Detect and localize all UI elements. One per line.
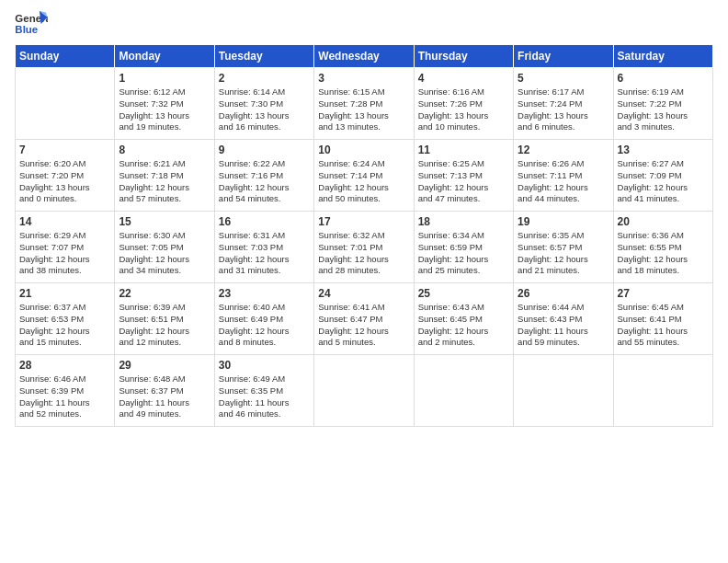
day-number: 15 — [119, 215, 210, 228]
day-content: Sunrise: 6:36 AM Sunset: 6:55 PM Dayligh… — [618, 230, 709, 277]
day-number: 12 — [518, 144, 609, 156]
day-number: 6 — [618, 72, 709, 85]
day-content: Sunrise: 6:20 AM Sunset: 7:20 PM Dayligh… — [19, 158, 110, 205]
day-number: 2 — [219, 72, 310, 85]
day-content: Sunrise: 6:27 AM Sunset: 7:09 PM Dayligh… — [618, 158, 709, 205]
calendar-cell: 19Sunrise: 6:35 AM Sunset: 6:57 PM Dayli… — [514, 212, 613, 283]
calendar-cell: 20Sunrise: 6:36 AM Sunset: 6:55 PM Dayli… — [613, 212, 712, 283]
calendar-cell: 18Sunrise: 6:34 AM Sunset: 6:59 PM Dayli… — [414, 212, 513, 283]
day-number: 27 — [618, 287, 709, 300]
calendar-cell: 4Sunrise: 6:16 AM Sunset: 7:26 PM Daylig… — [414, 68, 513, 140]
day-content: Sunrise: 6:15 AM Sunset: 7:28 PM Dayligh… — [318, 86, 409, 133]
day-content: Sunrise: 6:46 AM Sunset: 6:39 PM Dayligh… — [19, 373, 110, 420]
day-number: 18 — [418, 215, 509, 228]
calendar-week-1: 1Sunrise: 6:12 AM Sunset: 7:32 PM Daylig… — [16, 68, 713, 140]
day-number: 25 — [418, 287, 509, 300]
svg-text:Blue: Blue — [15, 24, 38, 35]
day-number: 20 — [618, 215, 709, 228]
calendar-cell: 8Sunrise: 6:21 AM Sunset: 7:18 PM Daylig… — [115, 140, 214, 212]
day-content: Sunrise: 6:31 AM Sunset: 7:03 PM Dayligh… — [219, 230, 310, 277]
calendar-cell: 10Sunrise: 6:24 AM Sunset: 7:14 PM Dayli… — [314, 140, 414, 212]
calendar-table: SundayMondayTuesdayWednesdayThursdayFrid… — [15, 44, 713, 427]
calendar-week-3: 14Sunrise: 6:29 AM Sunset: 7:07 PM Dayli… — [16, 212, 713, 283]
day-content: Sunrise: 6:16 AM Sunset: 7:26 PM Dayligh… — [418, 86, 509, 133]
calendar-week-2: 7Sunrise: 6:20 AM Sunset: 7:20 PM Daylig… — [16, 140, 713, 212]
day-content: Sunrise: 6:26 AM Sunset: 7:11 PM Dayligh… — [518, 158, 609, 205]
calendar-cell: 27Sunrise: 6:45 AM Sunset: 6:41 PM Dayli… — [613, 283, 712, 355]
calendar-cell: 24Sunrise: 6:41 AM Sunset: 6:47 PM Dayli… — [314, 283, 414, 355]
calendar-cell: 5Sunrise: 6:17 AM Sunset: 7:24 PM Daylig… — [514, 68, 613, 140]
calendar-cell: 16Sunrise: 6:31 AM Sunset: 7:03 PM Dayli… — [214, 212, 313, 283]
day-content: Sunrise: 6:40 AM Sunset: 6:49 PM Dayligh… — [219, 302, 310, 349]
day-number: 4 — [418, 72, 509, 85]
calendar-cell: 11Sunrise: 6:25 AM Sunset: 7:13 PM Dayli… — [414, 140, 513, 212]
day-content: Sunrise: 6:19 AM Sunset: 7:22 PM Dayligh… — [618, 86, 709, 133]
day-number: 24 — [318, 287, 409, 300]
day-number: 26 — [518, 287, 609, 300]
calendar-cell — [613, 355, 712, 427]
day-content: Sunrise: 6:43 AM Sunset: 6:45 PM Dayligh… — [418, 302, 509, 349]
calendar-cell: 2Sunrise: 6:14 AM Sunset: 7:30 PM Daylig… — [214, 68, 313, 140]
calendar-cell: 6Sunrise: 6:19 AM Sunset: 7:22 PM Daylig… — [613, 68, 712, 140]
calendar-cell: 25Sunrise: 6:43 AM Sunset: 6:45 PM Dayli… — [414, 283, 513, 355]
calendar-cell: 23Sunrise: 6:40 AM Sunset: 6:49 PM Dayli… — [214, 283, 313, 355]
day-content: Sunrise: 6:39 AM Sunset: 6:51 PM Dayligh… — [119, 302, 210, 349]
calendar-page: General Blue SundayMondayTuesdayWednesda… — [0, 0, 728, 563]
calendar-cell: 1Sunrise: 6:12 AM Sunset: 7:32 PM Daylig… — [115, 68, 214, 140]
day-number: 21 — [19, 287, 110, 300]
day-content: Sunrise: 6:34 AM Sunset: 6:59 PM Dayligh… — [418, 230, 509, 277]
day-number: 30 — [219, 359, 310, 372]
calendar-cell: 3Sunrise: 6:15 AM Sunset: 7:28 PM Daylig… — [314, 68, 414, 140]
logo: General Blue — [15, 9, 48, 37]
day-content: Sunrise: 6:48 AM Sunset: 6:37 PM Dayligh… — [119, 373, 210, 420]
calendar-cell: 13Sunrise: 6:27 AM Sunset: 7:09 PM Dayli… — [613, 140, 712, 212]
day-number: 13 — [618, 144, 709, 156]
day-content: Sunrise: 6:35 AM Sunset: 6:57 PM Dayligh… — [518, 230, 609, 277]
day-content: Sunrise: 6:12 AM Sunset: 7:32 PM Dayligh… — [119, 86, 210, 133]
day-content: Sunrise: 6:32 AM Sunset: 7:01 PM Dayligh… — [318, 230, 409, 277]
weekday-header-wednesday: Wednesday — [314, 45, 414, 68]
day-content: Sunrise: 6:37 AM Sunset: 6:53 PM Dayligh… — [19, 302, 110, 349]
weekday-header-saturday: Saturday — [613, 45, 712, 68]
calendar-cell — [514, 355, 613, 427]
day-number: 8 — [119, 144, 210, 156]
day-content: Sunrise: 6:44 AM Sunset: 6:43 PM Dayligh… — [518, 302, 609, 349]
day-content: Sunrise: 6:45 AM Sunset: 6:41 PM Dayligh… — [618, 302, 709, 349]
day-number: 23 — [219, 287, 310, 300]
calendar-cell: 28Sunrise: 6:46 AM Sunset: 6:39 PM Dayli… — [16, 355, 115, 427]
calendar-cell: 26Sunrise: 6:44 AM Sunset: 6:43 PM Dayli… — [514, 283, 613, 355]
day-content: Sunrise: 6:14 AM Sunset: 7:30 PM Dayligh… — [219, 86, 310, 133]
day-number: 11 — [418, 144, 509, 156]
calendar-cell: 22Sunrise: 6:39 AM Sunset: 6:51 PM Dayli… — [115, 283, 214, 355]
day-content: Sunrise: 6:22 AM Sunset: 7:16 PM Dayligh… — [219, 158, 310, 205]
day-number: 1 — [119, 72, 210, 85]
day-content: Sunrise: 6:30 AM Sunset: 7:05 PM Dayligh… — [119, 230, 210, 277]
calendar-week-5: 28Sunrise: 6:46 AM Sunset: 6:39 PM Dayli… — [16, 355, 713, 427]
calendar-cell: 7Sunrise: 6:20 AM Sunset: 7:20 PM Daylig… — [16, 140, 115, 212]
calendar-cell: 30Sunrise: 6:49 AM Sunset: 6:35 PM Dayli… — [214, 355, 313, 427]
weekday-header-friday: Friday — [514, 45, 613, 68]
day-content: Sunrise: 6:49 AM Sunset: 6:35 PM Dayligh… — [219, 373, 310, 420]
day-content: Sunrise: 6:41 AM Sunset: 6:47 PM Dayligh… — [318, 302, 409, 349]
weekday-header-tuesday: Tuesday — [214, 45, 313, 68]
calendar-cell — [314, 355, 414, 427]
calendar-cell — [16, 68, 115, 140]
calendar-cell: 12Sunrise: 6:26 AM Sunset: 7:11 PM Dayli… — [514, 140, 613, 212]
day-content: Sunrise: 6:29 AM Sunset: 7:07 PM Dayligh… — [19, 230, 110, 277]
weekday-header-thursday: Thursday — [414, 45, 513, 68]
day-number: 29 — [119, 359, 210, 372]
day-number: 19 — [518, 215, 609, 228]
day-number: 9 — [219, 144, 310, 156]
day-number: 10 — [318, 144, 409, 156]
weekday-header-row: SundayMondayTuesdayWednesdayThursdayFrid… — [16, 45, 713, 68]
logo-icon: General Blue — [15, 9, 48, 37]
calendar-cell: 17Sunrise: 6:32 AM Sunset: 7:01 PM Dayli… — [314, 212, 414, 283]
day-number: 5 — [518, 72, 609, 85]
header: General Blue — [15, 9, 713, 37]
day-content: Sunrise: 6:25 AM Sunset: 7:13 PM Dayligh… — [418, 158, 509, 205]
calendar-cell: 21Sunrise: 6:37 AM Sunset: 6:53 PM Dayli… — [16, 283, 115, 355]
day-number: 28 — [19, 359, 110, 372]
day-number: 22 — [119, 287, 210, 300]
day-number: 14 — [19, 215, 110, 228]
calendar-cell: 14Sunrise: 6:29 AM Sunset: 7:07 PM Dayli… — [16, 212, 115, 283]
